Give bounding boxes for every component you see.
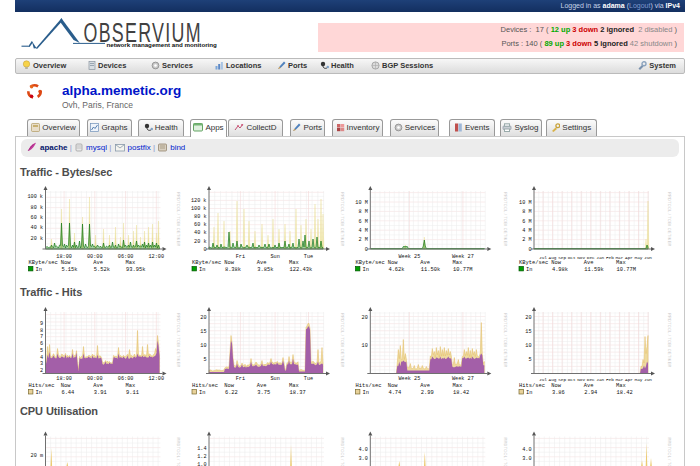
svg-text:9: 9 [40,321,43,327]
svg-text:RRDTOOL / TOBI OETIKER: RRDTOOL / TOBI OETIKER [176,192,180,247]
svg-text:In: In [363,267,369,273]
svg-text:RRDTOOL / TOBI OETIKER: RRDTOOL / TOBI OETIKER [503,313,507,368]
svg-text:2 M: 2 M [358,237,367,243]
svg-text:120 k: 120 k [191,198,207,204]
svg-text:Oct: Oct [568,377,576,382]
svg-text:2 M: 2 M [522,237,531,243]
svg-text:20 m: 20 m [31,453,43,459]
svg-text:3.0: 3.0 [358,456,367,462]
svg-text:15: 15 [525,329,531,335]
svg-text:Week 25: Week 25 [399,376,421,382]
svg-text:8 M: 8 M [358,209,367,215]
svg-text:1.0: 1.0 [197,462,206,466]
svg-text:15: 15 [200,329,206,335]
svg-text:60 k: 60 k [31,215,43,221]
svg-text:8 M: 8 M [522,209,531,215]
svg-text:10 M: 10 M [355,200,367,206]
svg-text:2: 2 [40,368,43,374]
svg-text:In: In [36,267,42,273]
svg-text:Mar: Mar [615,377,623,382]
svg-text:10: 10 [200,343,206,349]
svg-text:4 M: 4 M [358,228,367,234]
svg-text:RRDTOOL / TOBI OETIKER: RRDTOOL / TOBI OETIKER [340,313,344,368]
svg-text:20: 20 [362,315,368,321]
svg-text:12:00: 12:00 [149,376,165,382]
svg-text:5: 5 [528,357,531,363]
svg-text:80 k: 80 k [31,205,43,211]
svg-text:3: 3 [40,361,43,367]
svg-text:1.4: 1.4 [197,446,206,452]
svg-text:Apr: Apr [625,377,633,382]
svg-text:Hits/sec Now Ave: Hits/sec Now Ave Max [356,383,463,389]
svg-text:RRDTOOL / TOBI OETIKER: RRDTOOL / TOBI OETIKER [176,313,180,368]
svg-text:In: In [363,390,369,396]
svg-text:KByte/sec Now Ave: KByte/sec Now Ave Max [29,260,136,266]
svg-text:KByte/sec Now Ave: KByte/sec Now Ave Max [519,260,626,266]
svg-text:RRDTOOL / TOBI OETIKER: RRDTOOL / TOBI OETIKER [176,438,180,466]
svg-text:20: 20 [200,315,206,321]
svg-text:20 k: 20 k [31,236,43,242]
svg-text:100 k: 100 k [191,206,207,212]
svg-text:6: 6 [40,341,43,347]
svg-text:RRDTOOL / TOBI OETIKER: RRDTOOL / TOBI OETIKER [667,192,671,247]
svg-text:Hits/sec Now Ave: Hits/sec Now Ave Max [192,383,299,389]
svg-text:6.44 3.91 9.11: 6.44 3.91 9.11 [61,390,139,396]
svg-text:10 M: 10 M [519,200,531,206]
svg-text:3.0: 3.0 [522,456,531,462]
svg-text:Feb: Feb [606,377,614,382]
svg-text:6 M: 6 M [358,219,367,225]
svg-text:6 M: 6 M [522,219,531,225]
svg-text:Sep: Sep [558,377,566,382]
svg-text:RRDTOOL / TOBI OETIKER: RRDTOOL / TOBI OETIKER [667,438,671,466]
svg-text:3.86 2.94 18.42: 3.86 2.94 18.42 [552,390,633,396]
svg-text:In: In [36,390,42,396]
svg-text:4.62k 11.50k 10.77M: 4.62k 11.50k 10.77M [388,267,472,273]
svg-text:100 k: 100 k [27,194,43,200]
svg-text:06:00: 06:00 [118,376,134,382]
svg-text:4.0: 4.0 [522,447,531,453]
svg-text:In: In [526,390,532,396]
svg-text:20: 20 [525,315,531,321]
svg-text:5: 5 [203,357,206,363]
svg-text:4.0: 4.0 [358,447,367,453]
svg-text:Aug: Aug [549,377,557,382]
svg-text:5.15k 5.52k 93.95k: 5.15k 5.52k 93.95k [61,267,145,273]
svg-text:00:00: 00:00 [87,376,103,382]
svg-text:8.38k 3.85k 122.43k: 8.38k 3.85k 122.43k [225,267,312,273]
svg-text:Nov: Nov [577,377,585,382]
svg-text:Hits/sec Now Ave: Hits/sec Now Ave Max [29,383,136,389]
svg-text:In: In [199,390,205,396]
svg-text:4.74 2.99 18.42: 4.74 2.99 18.42 [388,390,469,396]
svg-text:KByte/sec Now Ave: KByte/sec Now Ave Max [356,260,463,266]
svg-text:10: 10 [525,343,531,349]
svg-text:8: 8 [40,328,43,334]
svg-text:KByte/sec Now Ave: KByte/sec Now Ave Max [192,260,299,266]
svg-text:Jun: Jun [644,255,652,260]
svg-text:RRDTOOL / TOBI OETIKER: RRDTOOL / TOBI OETIKER [503,438,507,466]
svg-text:10: 10 [362,343,368,349]
svg-text:May: May [635,377,643,382]
svg-text:In: In [199,267,205,273]
svg-text:Jun: Jun [644,377,652,382]
svg-text:0: 0 [365,247,368,253]
svg-text:4 M: 4 M [522,228,531,234]
svg-text:12:00: 12:00 [149,254,165,260]
svg-text:Fri: Fri [236,376,245,382]
svg-text:80 k: 80 k [194,214,206,220]
svg-text:Jul: Jul [539,377,547,382]
svg-text:Week 27: Week 27 [452,376,474,382]
svg-text:Apr: Apr [625,255,633,260]
svg-text:20 k: 20 k [194,239,206,245]
svg-text:Sun: Sun [270,376,279,382]
svg-text:Tue: Tue [304,254,313,260]
svg-text:In: In [526,267,532,273]
svg-text:7: 7 [40,334,43,340]
svg-text:4: 4 [40,355,43,361]
svg-text:RRDTOOL / TOBI OETIKER: RRDTOOL / TOBI OETIKER [340,192,344,247]
svg-text:Tue: Tue [304,376,313,382]
svg-text:60 k: 60 k [194,222,206,228]
svg-text:Hits/sec Now Ave: Hits/sec Now Ave Max [519,383,626,389]
svg-text:May: May [635,255,643,260]
svg-text:Jan: Jan [596,377,604,382]
svg-text:5: 5 [40,348,43,354]
